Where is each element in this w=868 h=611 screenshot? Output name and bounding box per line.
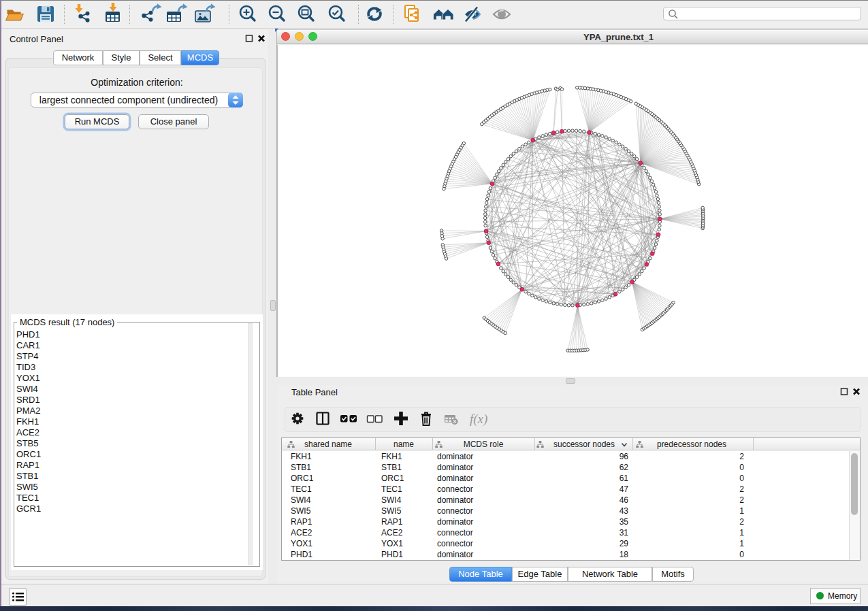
svg-text:f(x): f(x) (470, 412, 487, 427)
